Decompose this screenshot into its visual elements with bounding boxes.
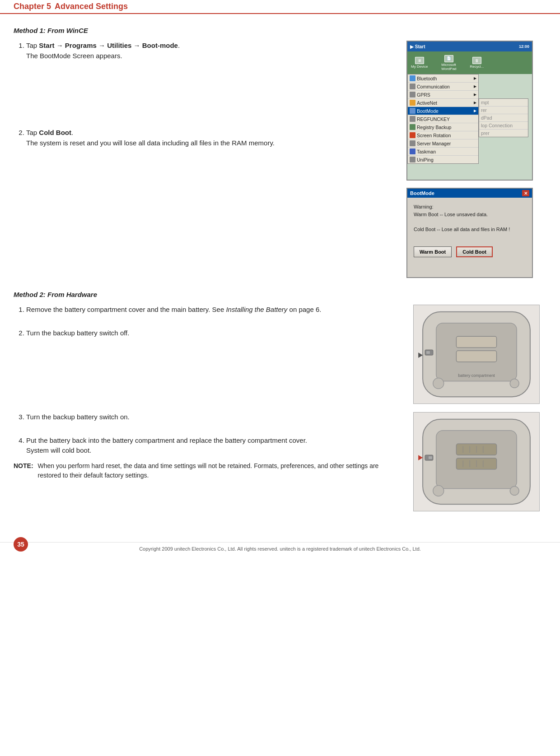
note-text: When you perform hard reset, the data an… — [38, 461, 397, 480]
chapter-label: Chapter 5 — [14, 2, 51, 11]
method1-steps: Tap Start → Programs → Utilities → Boot-… — [14, 41, 397, 153]
method1-images: ▶ Start 12:00 🖥 My Device 📄 MicrosoftWor… — [406, 41, 546, 278]
step2: Tap Cold Boot. The system is reset and y… — [26, 128, 397, 148]
bootmode-titlebar: BootMode ✕ — [407, 189, 532, 198]
page-number: 35 — [14, 537, 28, 552]
secondary-item-4: lop Connection — [479, 122, 528, 130]
menu-registry-backup: Registry Backup — [408, 123, 478, 131]
bootmode-buttons: Warm Boot Cold Boot — [414, 246, 526, 257]
method2-steps-3-4: Turn the backup battery switch on. Put t… — [14, 412, 397, 480]
page-content: Method 1: From WinCE Tap Start → Program… — [0, 14, 560, 529]
method2-steps-1-2: Remove the battery compartment cover and… — [14, 305, 397, 343]
svg-point-6 — [433, 378, 444, 389]
svg-rect-2 — [456, 336, 496, 348]
method2-steps-list-1: Remove the battery compartment cover and… — [14, 305, 397, 338]
secondary-menu: mpt rer dPad lop Connection prer — [479, 98, 528, 137]
menu-gprs: GPRS ▶ — [408, 91, 478, 99]
page-footer: 35 Copyright 2009 unitech Electronics Co… — [0, 542, 560, 555]
svg-point-25 — [510, 487, 519, 496]
menu-regfunckey: REGFUNCKEY — [408, 115, 478, 123]
wince-menu-screenshot: ▶ Start 12:00 🖥 My Device 📄 MicrosoftWor… — [406, 41, 533, 181]
page-title: Advanced Settings — [55, 2, 128, 11]
installing-battery-link: Installing the Battery — [226, 306, 287, 313]
menu-communication: Communication ▶ — [408, 83, 478, 91]
step2-sub: The system is reset and you will lose al… — [26, 139, 275, 147]
method2-heading: Method 2: From Hardware — [14, 291, 546, 298]
bootmode-close-button[interactable]: ✕ — [522, 190, 529, 196]
wordpad-icon: 📄 MicrosoftWordPad — [441, 55, 456, 71]
method2-step4: Put the battery back into the battery co… — [26, 436, 397, 456]
svg-marker-26 — [418, 455, 423, 460]
wince-taskbar: ▶ Start 12:00 — [407, 42, 532, 51]
method2-step1: Remove the battery compartment cover and… — [26, 305, 397, 315]
hardware-device-svg-1: battery compartment — [413, 305, 540, 404]
copyright-text: Copyright 2009 unitech Electronics Co., … — [139, 546, 421, 552]
note-label: NOTE: — [14, 461, 33, 480]
step1-sub: The BootMode Screen appears. — [26, 52, 122, 60]
menu-bootmode: BootMode ▶ — [408, 107, 478, 115]
svg-point-7 — [510, 379, 519, 388]
svg-text:battery compartment: battery compartment — [458, 373, 495, 378]
method1-content-row: Tap Start → Programs → Utilities → Boot-… — [14, 41, 546, 278]
note-block: NOTE: When you perform hard reset, the d… — [14, 461, 397, 480]
menu-taskman: Taskman — [408, 148, 478, 156]
menu-bluetooth: Bluetooth ▶ — [408, 74, 478, 83]
menu-area: Bluetooth ▶ Communication ▶ GPRS ▶ — [407, 74, 532, 164]
page-header: Chapter 5 Advanced Settings — [0, 0, 560, 14]
step1-bold: Start → Programs → Utilities → Boot-mode — [39, 42, 178, 49]
menu-activenet: ActiveNet ▶ — [408, 99, 478, 107]
method2-hardware-image-1: battery compartment — [406, 305, 546, 404]
secondary-item-1: mpt — [479, 99, 528, 107]
secondary-item-5: prer — [479, 130, 528, 137]
method2-row2: Turn the backup battery switch on. Put t… — [14, 412, 546, 511]
hardware-device-svg-2 — [413, 412, 540, 511]
menu-uniping: UniPing — [408, 156, 478, 163]
secondary-item-2: rer — [479, 107, 528, 114]
svg-rect-23 — [429, 456, 432, 459]
svg-marker-8 — [418, 352, 423, 358]
menu-server-manager: Server Manager — [408, 139, 478, 148]
cold-boot-button[interactable]: Cold Boot — [456, 246, 493, 257]
method2-steps-list-2: Turn the backup battery switch on. Put t… — [14, 412, 397, 456]
bootmode-body: Warning: Warm Boot -- Lose unsaved data.… — [407, 198, 532, 263]
method1-steps-list: Tap Start → Programs → Utilities → Boot-… — [14, 41, 397, 148]
svg-rect-3 — [456, 351, 496, 362]
secondary-item-3: dPad — [479, 114, 528, 122]
svg-point-24 — [433, 486, 444, 496]
svg-rect-5 — [426, 351, 430, 354]
method2-hardware-image-2 — [406, 412, 546, 511]
bootmode-title: BootMode — [410, 190, 434, 196]
method2-step3: Turn the backup battery switch on. — [26, 412, 397, 422]
bootmode-dialog-screenshot: BootMode ✕ Warning: Warm Boot -- Lose un… — [406, 188, 533, 278]
recycle-icon: 🗑 Recycl... — [470, 57, 484, 69]
method1-heading: Method 1: From WinCE — [14, 27, 546, 34]
step1: Tap Start → Programs → Utilities → Boot-… — [26, 41, 397, 61]
menu-screen-rotation: Screen Rotation — [408, 131, 478, 139]
taskbar-right: 12:00 — [519, 44, 529, 49]
bootmode-warning: Warning: Warm Boot -- Lose unsaved data.… — [414, 203, 526, 233]
warm-boot-button[interactable]: Warm Boot — [414, 246, 452, 257]
step2-bold: Cold Boot — [39, 129, 71, 136]
method2-step2: Turn the backup battery switch off. — [26, 328, 397, 339]
start-label: ▶ Start — [410, 44, 425, 49]
my-device-icon: 🖥 My Device — [411, 57, 428, 69]
wince-desktop: 🖥 My Device 📄 MicrosoftWordPad 🗑 Recycl.… — [407, 51, 532, 74]
primary-menu: Bluetooth ▶ Communication ▶ GPRS ▶ — [407, 74, 479, 164]
method2-row1: Remove the battery compartment cover and… — [14, 305, 546, 404]
